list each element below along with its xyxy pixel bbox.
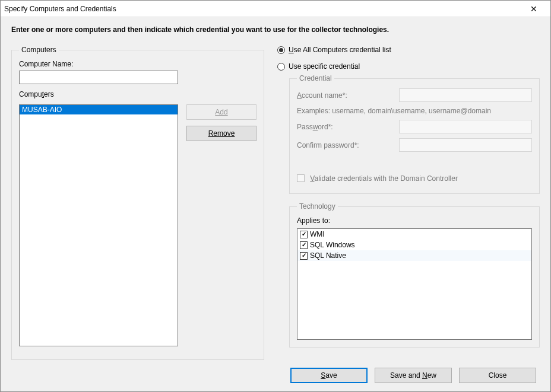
tech-label-text: SQL Native [310,251,346,260]
remove-button-label: Remove [208,129,235,138]
left-column: Computers Computer Name: Computers MUSAB… [11,46,263,360]
credential-legend: Credential [297,74,334,82]
technology-legend: Technology [297,202,338,211]
list-item[interactable]: MUSAB-AIO [20,105,178,114]
window-title: Specify Computers and Credentials [4,5,522,13]
save-and-new-button[interactable]: Save and New [375,368,452,383]
titlebar: Specify Computers and Credentials ✕ [1,1,550,17]
computer-name-label-text: Computer Name: [19,60,73,68]
tech-label-text: SQL Windows [310,241,355,249]
credential-group: Credential Account name*: Examples: user… [289,74,540,194]
checkbox-icon[interactable] [300,252,308,260]
close-label: Close [489,371,507,380]
credential-grid: Account name*: Examples: username, domai… [297,88,532,183]
computers-group: Computers Computer Name: Computers MUSAB… [11,46,264,360]
tech-label-text: WMI [310,230,325,238]
instruction-text: Enter one or more computers and then ind… [11,26,540,34]
password-label: Password*: [297,123,399,131]
tech-row[interactable]: SQL Native [297,250,531,261]
technology-list[interactable]: WMI SQL Windows SQL Native [297,228,532,340]
right-column: Use All Computers credential list Use sp… [277,46,540,360]
savenew-u: N [422,371,428,380]
add-button: Add [186,104,256,120]
computer-name-label: Computer Name: [19,60,256,68]
validate-checkbox [297,174,305,182]
save-rest: ave [325,371,337,380]
account-label: Account name*: [297,91,399,100]
remove-button[interactable]: Remove [186,126,256,141]
examples-text: Examples: username, domain\username, use… [297,107,532,115]
confirm-input [399,138,532,152]
list-and-buttons: MUSAB-AIO Add Remove [19,104,256,346]
radio-all-label: Use All Computers credential list [289,46,391,54]
tech-row[interactable]: SQL Windows [297,240,531,250]
list-buttons: Add Remove [186,104,256,346]
technology-group: Technology Applies to: WMI SQL Windows [289,202,540,348]
dialog-window: Specify Computers and Credentials ✕ Ente… [0,0,551,392]
radio-specific-label: Use specific credential [289,62,360,71]
close-icon[interactable]: ✕ [522,1,546,17]
validate-label: Validate credentials with the Domain Con… [310,174,458,183]
confirm-label: Confirm password*: [297,141,399,149]
savenew-pre: Save and [390,371,422,380]
account-input [399,88,532,102]
validate-row: Validate credentials with the Domain Con… [297,174,532,183]
computer-name-input[interactable] [19,71,178,84]
content-area: Enter one or more computers and then ind… [1,17,550,391]
savenew-post: ew [428,371,436,380]
tech-row[interactable]: WMI [297,229,531,240]
applies-label: Applies to: [297,216,532,225]
radio-specific[interactable]: Use specific credential [277,62,540,71]
radio-all[interactable]: Use All Computers credential list [277,46,540,54]
computers-legend: Computers [19,46,59,54]
password-input [399,120,532,133]
computers-listbox[interactable]: MUSAB-AIO [19,104,178,346]
checkbox-icon[interactable] [300,231,308,238]
radio-icon-unselected [277,63,285,71]
close-button[interactable]: Close [459,368,536,383]
add-button-label: Add [215,108,227,116]
computers-list-label: Computers [19,90,256,98]
save-button[interactable]: Save [290,368,368,383]
dialog-buttons: Save Save and New Close [290,368,536,383]
radio-icon-selected [277,46,285,54]
columns: Computers Computer Name: Computers MUSAB… [11,46,540,360]
checkbox-icon[interactable] [300,241,308,249]
